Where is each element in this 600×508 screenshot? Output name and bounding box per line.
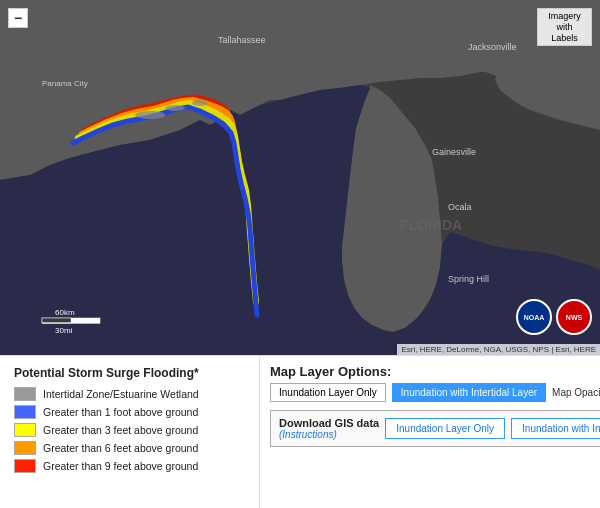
layer-options-row: Inundation Layer Only Inundation with In… (270, 383, 600, 402)
svg-text:30mi: 30mi (55, 326, 73, 335)
nws-logo: NWS (556, 299, 592, 335)
svg-text:Ocala: Ocala (448, 202, 472, 212)
svg-point-8 (192, 100, 208, 106)
legend-swatch (14, 387, 36, 401)
download-instructions-link[interactable]: (Instructions) (279, 429, 337, 440)
svg-text:Tallahassee: Tallahassee (218, 35, 266, 45)
bottom-panel: Potential Storm Surge Flooding* Intertid… (0, 355, 600, 508)
download-inundation-only-btn[interactable]: Inundation Layer Only (385, 418, 505, 439)
legend-label: Intertidal Zone/Estuarine Wetland (43, 388, 199, 400)
zoom-minus-button[interactable]: − (8, 8, 28, 28)
download-inundation-intertidal-btn[interactable]: Inundation with Intertidal Layer (511, 418, 600, 439)
inundation-only-btn[interactable]: Inundation Layer Only (270, 383, 386, 402)
legend-item: Greater than 1 foot above ground (14, 405, 249, 419)
svg-point-7 (165, 105, 185, 111)
svg-text:60km: 60km (55, 308, 75, 317)
legend-item: Intertidal Zone/Estuarine Wetland (14, 387, 249, 401)
download-gis-label: Download GIS data (279, 417, 379, 429)
legend-swatch (14, 441, 36, 455)
layer-options-header: Map Layer Options: (270, 364, 600, 379)
legend-item: Greater than 6 feet above ground (14, 441, 249, 455)
legend-swatch (14, 459, 36, 473)
map-attribution: Esri, HERE, DeLorme, NGA, USGS, NPS | Es… (397, 344, 600, 355)
svg-text:Gainesville: Gainesville (432, 147, 476, 157)
legend-label: Greater than 3 feet above ground (43, 424, 198, 436)
svg-rect-17 (42, 318, 71, 323)
svg-point-6 (135, 111, 165, 119)
legend-item: Greater than 9 feet above ground (14, 459, 249, 473)
legend-swatch (14, 405, 36, 419)
legend: Potential Storm Surge Flooding* Intertid… (0, 356, 260, 508)
right-panel: Map Layer Options: Inundation Layer Only… (260, 356, 600, 508)
imagery-label-button[interactable]: Imagery with Labels (537, 8, 592, 46)
legend-items: Intertidal Zone/Estuarine WetlandGreater… (14, 387, 249, 473)
inundation-intertidal-btn[interactable]: Inundation with Intertidal Layer (392, 383, 546, 402)
svg-text:Spring Hill: Spring Hill (448, 274, 489, 284)
svg-text:Jacksonville: Jacksonville (468, 42, 517, 52)
legend-item: Greater than 3 feet above ground (14, 423, 249, 437)
logos-container: NOAA NWS (516, 299, 592, 335)
layer-options-section: Map Layer Options: Inundation Layer Only… (270, 364, 600, 402)
svg-text:FLORIDA: FLORIDA (400, 217, 462, 233)
legend-title: Potential Storm Surge Flooding* (14, 366, 249, 380)
download-section: Download GIS data (Instructions) Inundat… (270, 410, 600, 447)
noaa-logo: NOAA (516, 299, 552, 335)
legend-label: Greater than 1 foot above ground (43, 406, 198, 418)
map-container: Tallahassee Jacksonville Panama City Gai… (0, 0, 600, 355)
legend-label: Greater than 6 feet above ground (43, 442, 198, 454)
opacity-label: Map Opacity Slider (552, 387, 600, 398)
svg-text:Panama City: Panama City (42, 79, 88, 88)
legend-swatch (14, 423, 36, 437)
legend-label: Greater than 9 feet above ground (43, 460, 198, 472)
